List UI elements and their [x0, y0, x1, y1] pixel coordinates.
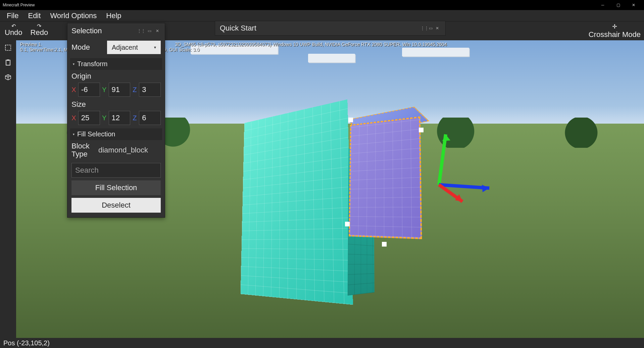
mode-select[interactable]: Adjacent ▾ — [107, 41, 161, 54]
collapse-icon: ▾ — [73, 132, 75, 136]
clipboard-tool-icon[interactable] — [3, 57, 13, 68]
close-icon[interactable]: ✕ — [154, 28, 161, 34]
status-bar: Pos (-23,105,2) — [0, 338, 644, 348]
transform-label: Transform — [77, 60, 107, 68]
menu-bar: File Edit World Options Help — [0, 10, 644, 21]
origin-x-input[interactable]: -6 — [78, 83, 100, 97]
svg-line-5 — [439, 185, 489, 188]
mode-value: Adjacent — [112, 44, 138, 51]
fill-section-label: Fill Selection — [77, 130, 115, 138]
window-title: Minecraft Preview — [3, 3, 595, 7]
undo-label: Undo — [5, 28, 22, 37]
redo-icon: ↷ — [37, 23, 41, 28]
search-placeholder: Search — [75, 166, 99, 175]
close-icon[interactable]: ✕ — [434, 26, 441, 31]
redo-label: Redo — [31, 28, 48, 37]
quick-start-title: Quick Start — [220, 24, 420, 33]
axis-x-label: X — [71, 86, 76, 94]
size-y-input[interactable]: 12 — [109, 111, 131, 125]
size-x-input[interactable]: 25 — [78, 111, 100, 125]
tool-strip — [0, 40, 16, 338]
crosshair-label: Crosshair Mode — [589, 30, 641, 39]
svg-marker-8 — [455, 194, 462, 202]
menu-help[interactable]: Help — [102, 10, 125, 21]
maximize-button[interactable]: ▢ — [610, 0, 626, 10]
axis-z-label: Z — [132, 114, 137, 122]
mode-label: Mode — [71, 43, 104, 52]
collapse-icon: ▾ — [73, 62, 75, 66]
selection-handle[interactable] — [348, 118, 353, 122]
undo-icon: ↶ — [11, 23, 16, 28]
crosshair-mode-button[interactable]: ✛ Crosshair Mode — [589, 23, 641, 39]
menu-file[interactable]: File — [3, 10, 22, 21]
diamond-block-structure — [241, 99, 353, 305]
restore-icon[interactable]: ▭ — [427, 26, 434, 31]
axis-y-label: Y — [102, 86, 107, 94]
minimize-button[interactable]: ─ — [595, 0, 610, 10]
position-readout: Pos (-23,105,2) — [3, 339, 50, 347]
origin-label: Origin — [67, 70, 165, 81]
deselect-button[interactable]: Deselect — [71, 198, 161, 213]
svg-rect-1 — [6, 60, 10, 65]
size-z-input[interactable]: 6 — [139, 111, 161, 125]
svg-line-7 — [439, 185, 462, 202]
svg-rect-2 — [7, 59, 9, 61]
crosshair-icon: ✛ — [612, 23, 617, 30]
quick-start-panel[interactable]: Quick Start ⋮⋮ ▭ ✕ — [215, 21, 446, 36]
transform-section[interactable]: ▾ Transform — [70, 58, 162, 70]
fill-section[interactable]: ▾ Fill Selection — [70, 128, 162, 140]
selection-handle[interactable] — [345, 222, 350, 226]
selection-cube[interactable] — [349, 116, 422, 239]
restore-icon[interactable]: ▭ — [146, 28, 153, 34]
chevron-down-icon: ▾ — [154, 45, 156, 50]
origin-z-input[interactable]: 3 — [139, 83, 161, 97]
selection-handle[interactable] — [382, 242, 387, 247]
block-type-label: Block Type — [71, 142, 95, 158]
menu-edit[interactable]: Edit — [24, 10, 45, 21]
cube-tool-icon[interactable] — [3, 72, 13, 83]
origin-y-input[interactable]: 91 — [109, 83, 131, 97]
axis-y-label: Y — [102, 114, 107, 122]
title-bar: Minecraft Preview ─ ▢ ✕ — [0, 0, 644, 10]
cloud — [308, 54, 355, 62]
selection-panel[interactable]: Selection ⋮⋮ ▭ ✕ Mode Adjacent ▾ ▾ Trans… — [67, 23, 165, 218]
svg-marker-6 — [482, 185, 489, 192]
undo-button[interactable]: ↶ Undo — [3, 22, 24, 38]
grip-icon[interactable]: ⋮⋮ — [420, 26, 427, 31]
svg-rect-0 — [5, 45, 11, 50]
search-input[interactable]: Search — [71, 163, 161, 178]
size-label: Size — [67, 98, 165, 110]
close-button[interactable]: ✕ — [626, 0, 641, 10]
block-type-value: diamond_block — [98, 146, 148, 155]
axis-x-label: X — [71, 114, 76, 122]
selection-handle[interactable] — [419, 128, 424, 132]
selection-tool-icon[interactable] — [3, 42, 13, 53]
fill-selection-button[interactable]: Fill Selection — [71, 180, 161, 195]
menu-world-options[interactable]: World Options — [46, 10, 101, 21]
selection-title: Selection — [71, 27, 137, 35]
axis-z-label: Z — [132, 86, 137, 94]
redo-button[interactable]: ↷ Redo — [29, 22, 50, 38]
grip-icon[interactable]: ⋮⋮ — [138, 28, 145, 34]
